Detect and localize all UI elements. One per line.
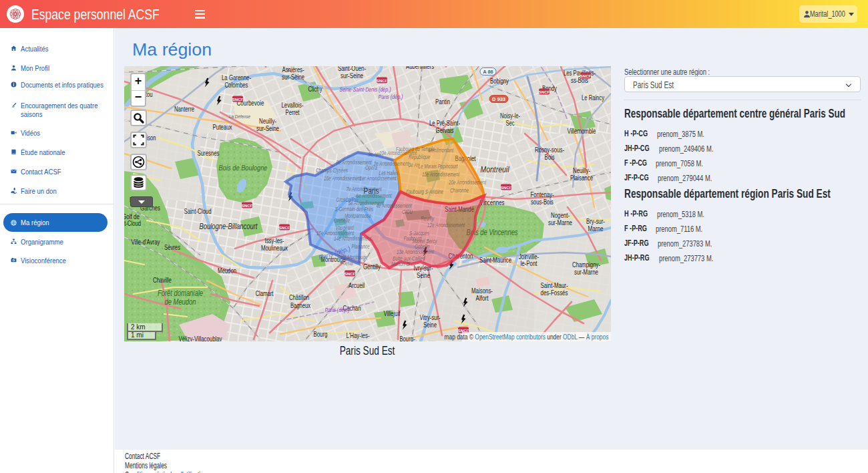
svg-text:D 933: D 933 [492,96,505,102]
svg-text:10e Arrondissement: 10e Arrondissement [379,150,417,156]
svg-text:16e Arrondissement: 16e Arrondissement [324,175,361,182]
svg-text:SNCF: SNCF [377,79,388,83]
svg-text:Charonne: Charonne [450,187,469,194]
svg-text:Sèvres: Sèvres [164,243,180,251]
svg-text:Reuilly: Reuilly [421,215,435,222]
svg-text:Bois: Bois [545,153,555,161]
svg-text:SNCF: SNCF [539,90,550,94]
svg-text:Châtillon: Châtillon [289,293,309,301]
svg-text:Maison-Bl: Maison-Bl [391,261,411,267]
svg-text:Paris: Paris [364,186,379,196]
svg-text:Seine: Seine [417,271,430,279]
svg-text:Villejuif: Villejuif [384,309,401,317]
svg-text:12e Arrondissement: 12e Arrondissement [427,222,465,228]
svg-text:Saint-Maurice: Saint-Maurice [479,256,511,264]
svg-text:9e Arr: 9e Arr [369,151,381,158]
svg-text:sur-Marne: sur-Marne [574,268,598,276]
svg-text:Forêt domaniale: Forêt domaniale [158,289,203,298]
svg-text:Aubervilliers: Aubervilliers [406,66,434,70]
svg-text:Champs-Élysées: Champs-Élysées [316,167,349,174]
svg-text:St-Cloud: St-Cloud [124,219,141,227]
svg-text:Villemomble: Villemomble [568,127,596,135]
svg-text:20e Arrondissement: 20e Arrondissement [448,179,486,186]
svg-text:sur-Seine: sur-Seine [256,124,279,132]
svg-text:SNCF: SNCF [279,226,290,230]
svg-text:SNCF: SNCF [242,204,253,208]
svg-text:Paris (dép.): Paris (dép.) [325,307,350,313]
svg-text:CICU: CICU [402,208,413,215]
svg-text:Bobigny: Bobigny [490,77,509,85]
svg-text:Sec: Sec [506,119,515,127]
svg-text:Ville-d'Avray: Ville-d'Avray [132,238,161,246]
svg-text:Ménilmontant: Ménilmontant [428,147,453,154]
svg-text:Colombes: Colombes [225,81,248,89]
svg-text:Bois de Boulogne: Bois de Boulogne [219,164,268,172]
svg-text:Alfort: Alfort [476,294,489,302]
svg-text:de Meudon: de Meudon [165,297,196,307]
svg-text:S-Germain-des-Prés: S-Germain-des-Prés [335,206,374,212]
svg-text:Pantin: Pantin [435,98,450,106]
svg-text:Alésia: Alésia [341,260,353,267]
svg-text:SNCF: SNCF [345,272,356,276]
svg-text:Plaisance: Plaisance [352,243,370,250]
svg-text:Perret: Perret [286,108,300,116]
svg-text:L'Hay-les-: L'Hay-les- [347,331,370,339]
svg-text:A 86: A 86 [483,69,493,75]
svg-text:11e Arrondissement: 11e Arrondissement [422,171,459,178]
svg-text:Arcueil: Arcueil [349,281,365,289]
svg-text:Meudon: Meudon [218,267,236,275]
svg-text:Le Marais Popincourt: Le Marais Popincourt [419,163,458,170]
svg-text:sur-Marne: sur-Marne [548,218,572,226]
svg-text:Paris (dép.): Paris (dép.) [379,94,403,100]
svg-text:Le Raincy: Le Raincy [582,94,605,102]
svg-text:Bourg-: Bourg- [400,335,415,341]
svg-text:le-Pont: le-Pont [521,259,537,267]
svg-text:Vélizy-Villacoublay: Vélizy-Villacoublay [179,335,223,341]
svg-text:Seine-Saint-Denis (dép.): Seine-Saint-Denis (dép.) [340,86,391,93]
svg-text:Moulineaux: Moulineaux [261,244,288,252]
svg-text:2e Arrondissement: 2e Arrondissement [373,160,409,167]
svg-text:Suresnes: Suresnes [198,149,220,157]
svg-text:sous-Bois: sous-Bois [531,198,554,206]
svg-text:Boulogne-Billancourt: Boulogne-Billancourt [200,222,258,231]
svg-text:Les Halles: Les Halles [379,170,399,176]
svg-text:SNCF: SNCF [232,98,244,102]
svg-text:Clamart: Clamart [256,289,274,297]
svg-text:Bagneux: Bagneux [290,301,311,309]
svg-text:des-Fossés: des-Fossés [541,289,568,297]
svg-text:Montreuil: Montreuil [481,164,510,174]
svg-text:sur-Seine: sur-Seine [282,73,304,81]
svg-text:Bourg: Bourg [314,330,328,338]
svg-text:Faubourg S-Antoine: Faubourg S-Antoine [406,188,443,195]
svg-text:14e Arrondissement: 14e Arrondissement [334,235,371,242]
svg-text:sur-Seine: sur-Seine [341,71,363,80]
svg-text:SNCF: SNCF [501,186,512,190]
svg-text:13e Arrondissement: 13e Arrondissement [397,249,434,255]
svg-text:La Défense: La Défense [229,114,250,120]
svg-text:Gentilly: Gentilly [363,263,381,271]
svg-text:Clichy: Clichy [308,85,323,93]
svg-text:Chaville: Chaville [153,276,172,284]
svg-text:Saint-Cloud: Saint-Cloud [184,207,212,215]
svg-text:Gervais: Gervais [436,126,454,134]
svg-text:SNCF: SNCF [580,74,592,78]
svg-text:Puteaux: Puteaux [213,123,233,131]
svg-text:Seine: Seine [423,321,437,329]
svg-text:Nanterre: Nanterre [174,105,194,113]
svg-text:Montparnasse: Montparnasse [345,212,371,219]
svg-text:Plaisance: Plaisance [570,174,593,182]
svg-text:Marne: Marne [588,224,604,232]
